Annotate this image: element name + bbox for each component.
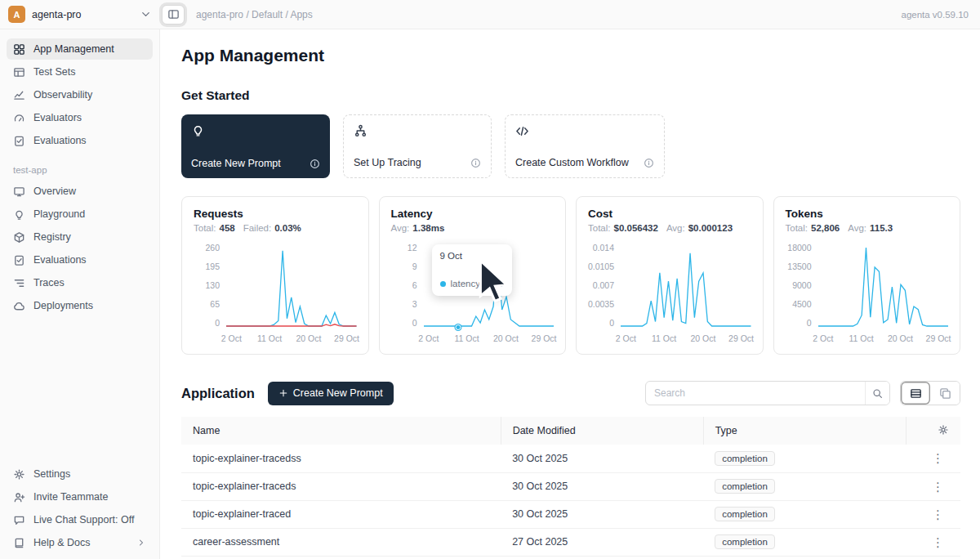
sidebar-item-evaluations-project[interactable]: Evaluations [7, 249, 153, 271]
x-tick-label: 20 Oct [296, 333, 321, 343]
x-tick-label: 2 Oct [418, 333, 439, 343]
y-tick-label: 6 [412, 280, 417, 290]
sidebar-item-settings[interactable]: Settings [7, 463, 153, 485]
chart-y-axis: 260195130650 [194, 243, 226, 328]
sidebar-item-help-docs[interactable]: Help & Docs [7, 532, 153, 553]
tracing-icon [354, 124, 368, 138]
sidebar: App Management Test Sets Observability E… [0, 29, 160, 559]
stat-label: Avg: [391, 223, 410, 233]
column-header-type[interactable]: Type [703, 417, 906, 445]
column-header-name[interactable]: Name [181, 417, 501, 445]
stat-value: $0.000123 [688, 223, 733, 233]
chart-tooltip: 9 Octlatency0 [432, 244, 512, 296]
info-icon[interactable] [644, 158, 654, 168]
table-row[interactable]: career-assessment 27 Oct 2025 completion… [181, 528, 960, 556]
column-header-date-modified[interactable]: Date Modified [501, 417, 703, 445]
x-tick-label: 29 Oct [728, 333, 754, 343]
y-tick-label: 65 [210, 299, 220, 309]
sidebar-item-evaluators[interactable]: Evaluators [7, 107, 153, 128]
sidebar-item-evaluations[interactable]: Evaluations [7, 130, 153, 151]
x-tick-label: 11 Oct [455, 333, 479, 343]
info-icon[interactable] [310, 159, 320, 169]
book-icon [13, 537, 25, 549]
sidebar-item-live-chat-support[interactable]: Live Chat Support: Off [7, 509, 153, 530]
sidebar-item-label: Evaluations [33, 254, 87, 266]
app-date-modified: 30 Oct 2025 [501, 500, 703, 528]
sidebar-item-invite-teammate[interactable]: Invite Teammate [7, 486, 153, 508]
sidebar-item-app-management[interactable]: App Management [7, 38, 153, 60]
sidebar-item-label: Observability [33, 89, 92, 101]
sidebar-item-label: Deployments [33, 300, 93, 311]
sidebar-item-test-sets[interactable]: Test Sets [7, 61, 153, 83]
search-button[interactable] [865, 382, 889, 405]
timeline-icon [13, 277, 25, 289]
search-input[interactable] [646, 387, 865, 399]
row-menu-button[interactable]: ⋮ [927, 507, 949, 522]
stat-value: 458 [220, 223, 235, 233]
project-section-label: test-app [13, 165, 146, 175]
x-tick-label: 11 Oct [849, 333, 874, 343]
type-badge: completion [715, 534, 775, 549]
gear-icon [938, 424, 949, 436]
search-icon [872, 388, 883, 399]
sidebar-item-registry[interactable]: Registry [7, 226, 153, 248]
create-custom-workflow-card[interactable]: Create Custom Workflow [505, 114, 665, 178]
stat-value: $0.056432 [614, 223, 658, 233]
x-tick-label: 20 Oct [493, 333, 519, 343]
metrics-row: Requests Total:458Failed:0.03% 260195130… [181, 196, 960, 355]
row-menu-button[interactable]: ⋮ [927, 534, 949, 550]
x-tick-label: 11 Oct [257, 333, 282, 343]
app-name: topic-explainer-traced [181, 500, 501, 528]
sidebar-item-observability[interactable]: Observability [7, 84, 153, 105]
stat-label: Total: [194, 223, 216, 233]
stat-value: 0.03% [274, 223, 301, 233]
x-tick-label: 2 Oct [221, 333, 242, 343]
lightbulb-icon [191, 123, 205, 137]
create-new-prompt-button[interactable]: Create New Prompt [268, 382, 394, 405]
sidebar-toggle-button[interactable] [162, 5, 185, 25]
chart-title: Cost [588, 208, 751, 220]
applications-table: Name Date Modified Type topic-explainer-… [181, 417, 960, 557]
table-row[interactable]: topic-explainer-tracedss 30 Oct 2025 com… [181, 445, 960, 472]
x-tick-label: 20 Oct [690, 333, 715, 343]
y-tick-label: 13500 [787, 262, 811, 271]
sidebar-item-playground[interactable]: Playground [7, 203, 153, 225]
card-view-button[interactable] [930, 382, 960, 405]
metric-card-tokens: Tokens Total:52,806Avg:115.3 18000135009… [773, 196, 961, 355]
row-menu-button[interactable]: ⋮ [927, 450, 949, 466]
chart-x-axis: 2 Oct11 Oct20 Oct29 Oct [621, 333, 751, 346]
sidebar-item-label: App Management [33, 43, 114, 55]
table-view-button[interactable] [901, 382, 930, 405]
stat-value: 1.38ms [412, 223, 444, 233]
package-icon [13, 231, 25, 244]
chart-y-axis: 129630 [391, 243, 424, 328]
sidebar-item-label: Traces [33, 277, 65, 288]
stat-value: 115.3 [870, 223, 893, 233]
table-settings-button[interactable] [938, 424, 949, 438]
sidebar-item-overview[interactable]: Overview [7, 181, 153, 202]
info-icon[interactable] [470, 158, 481, 168]
y-tick-label: 195 [205, 262, 220, 271]
sidebar-item-traces[interactable]: Traces [7, 272, 153, 293]
app-version: agenta v0.59.10 [902, 10, 969, 20]
app-name: topic-explainer-traceds [181, 472, 501, 500]
row-menu-button[interactable]: ⋮ [927, 479, 949, 494]
y-tick-label: 12 [408, 243, 417, 253]
set-up-tracing-card[interactable]: Set Up Tracing [343, 114, 492, 178]
sidebar-item-label: Registry [33, 231, 71, 243]
card-label: Set Up Tracing [354, 157, 421, 168]
chart-x-axis: 2 Oct11 Oct20 Oct29 Oct [226, 333, 357, 346]
table-row[interactable]: topic-explainer-traced 30 Oct 2025 compl… [181, 500, 960, 528]
sidebar-item-deployments[interactable]: Deployments [7, 295, 153, 316]
y-tick-label: 0.0035 [588, 299, 614, 309]
workspace-selector[interactable]: A agenta-pro [0, 6, 160, 23]
table-row[interactable]: topic-explainer-traceds 30 Oct 2025 comp… [181, 472, 960, 500]
create-new-prompt-card[interactable]: Create New Prompt [181, 114, 330, 178]
chevron-down-icon [140, 8, 152, 20]
user-plus-icon [13, 491, 25, 503]
chart-line-icon [13, 89, 25, 101]
chart-stats: Avg:1.38ms [391, 223, 555, 233]
cloud-icon [13, 300, 25, 312]
chart-y-axis: 0.0140.01050.0070.00350 [588, 243, 621, 328]
card-label: Create Custom Workflow [515, 157, 629, 168]
